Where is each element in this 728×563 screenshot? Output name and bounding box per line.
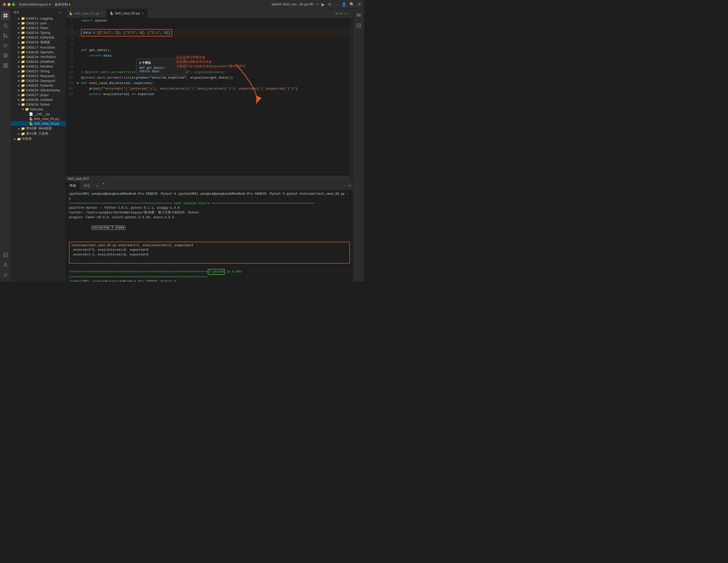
app-name-dropdown[interactable]: ▾ <box>49 3 51 6</box>
term-tab-terminal[interactable]: 终端 <box>66 182 80 190</box>
tree-item[interactable]: ▼📁testcase <box>11 107 66 112</box>
more-icon[interactable]: ⋯ <box>335 2 339 7</box>
tree-item[interactable]: ▶📁CASE24: Openpyxl <box>11 78 66 83</box>
tree-item[interactable]: ▶📁CASE27: Jinja2 <box>11 93 66 97</box>
term-output-box: testcase/test_case_02.py entered=1+1, ev… <box>69 242 350 263</box>
code-area[interactable]: 1import pytest23data = [["1+1", 2], ["2*… <box>66 18 349 181</box>
tree-item[interactable]: ▶📁CASE23: Requests <box>11 74 66 78</box>
code-line: 11@pytest.mark.parametrize(argnames="ent… <box>66 75 349 81</box>
tree-item[interactable]: ▶📁CASE21: Random <box>11 64 66 69</box>
rt-icon-layout[interactable] <box>354 21 363 30</box>
tree-item[interactable]: ▶📁第51课: 工具类 <box>11 131 66 136</box>
term-time: in 0.04s <box>225 269 243 274</box>
terminal-content[interactable]: (python385) yangkai@yangkaideMacBook-Pro… <box>66 190 353 282</box>
tree-label: 第51课: 工具类 <box>26 132 48 136</box>
version-control-item[interactable]: 版本控制 ▾ <box>55 2 71 7</box>
tree-item[interactable]: ▶📁CASE25: Pydantic <box>11 83 66 88</box>
tree-label: CASE13: Faker <box>26 26 49 30</box>
tree-icon: 📁 <box>17 137 21 141</box>
tree-item[interactable]: ▶📁CASE14: Typing <box>11 30 66 35</box>
svg-rect-15 <box>357 14 358 15</box>
tab-close-01[interactable]: ✕ <box>101 12 103 15</box>
tree-item[interactable]: ▶📁第50课: Web框架 <box>11 126 66 131</box>
line-content: # @pytest.mark.parametrize(argnames="ent… <box>81 70 349 75</box>
search-icon[interactable]: 🔍 <box>349 2 355 7</box>
tree-item[interactable]: ▶📁CASE26: SQLAlchemy <box>11 88 66 93</box>
editor-menu-icon[interactable]: ⋯ <box>347 11 351 16</box>
svg-rect-16 <box>359 14 360 15</box>
tree-item[interactable]: ▶📁CASE19: XmlToDict <box>11 55 66 59</box>
tree-item[interactable]: 📄__init__.py <box>11 112 66 116</box>
tree-item[interactable]: ▶📁CASE13: Faker <box>11 26 66 30</box>
tree-label: 第50课: Web框架 <box>26 126 52 131</box>
rt-icon-structure[interactable] <box>354 11 363 20</box>
tab-close-02[interactable]: ✕ <box>141 12 144 15</box>
sidebar-item-search[interactable] <box>1 21 10 30</box>
tree-label: CASE26: SQLAlchemy <box>26 88 60 92</box>
code-line: 6def get_data(): <box>66 48 349 53</box>
tree-item[interactable]: ▶📁CASE11: Logging <box>11 16 66 21</box>
tree-label: CASE16: 装饰器 <box>26 40 50 45</box>
term-close-icon[interactable]: ✕ <box>348 184 351 188</box>
code-line: 3data = [["1+1", 2], ["2*3", 6], ["1-1",… <box>66 29 349 37</box>
tree-item[interactable]: ▶📁CASE22: String <box>11 69 66 74</box>
tree-item[interactable]: ▶📁CASE17: Functools <box>11 45 66 50</box>
tree-label: CASE23: Requests <box>26 74 55 78</box>
sidebar-item-account[interactable] <box>1 260 10 269</box>
tree-menu-icon[interactable]: ⋯ <box>61 11 63 14</box>
debug-icon[interactable]: ⚙ <box>328 2 331 7</box>
line-content: import pytest <box>81 18 349 24</box>
tree-label: CASE22: String <box>26 69 50 73</box>
run-icon[interactable]: ▶ <box>321 2 325 7</box>
tree-item[interactable]: ▼📁CASE29: Pytest <box>11 102 66 107</box>
editor-scrollbar[interactable] <box>349 18 353 181</box>
svg-point-3 <box>3 34 5 35</box>
tree-label: CASE29: Pytest <box>26 103 50 106</box>
sidebar-item-checklist[interactable] <box>1 250 10 259</box>
settings-icon[interactable]: ⚙ <box>357 2 361 7</box>
version-control-dropdown[interactable]: ▾ <box>69 3 71 6</box>
tree-label: CASE21: Random <box>26 65 53 68</box>
line-number: 6 <box>66 48 77 53</box>
account-icon[interactable]: 👤 <box>341 2 347 7</box>
sidebar-item-layers[interactable] <box>1 51 10 60</box>
tab-test-case-01[interactable]: 🐍 test_case_01.py ✕ <box>66 9 107 18</box>
tree-icon: 📄 <box>29 112 33 116</box>
tree-item[interactable]: ▶📁CASE18: Operator <box>11 50 66 55</box>
sidebar-item-settings[interactable] <box>1 270 10 279</box>
run-dropdown[interactable]: ▾ <box>317 3 319 6</box>
tree-item[interactable]: ▶📁CASE16: 装饰器 <box>11 40 66 45</box>
editor-split-icon[interactable]: ⧉ <box>335 12 338 16</box>
term-add-button[interactable]: + <box>93 182 101 190</box>
tree-arrow: ▶ <box>17 31 21 34</box>
term-more-icon[interactable]: ⋯ <box>343 184 346 188</box>
tree-label: CASE15: PyMySQL <box>26 36 55 39</box>
minimize-button[interactable] <box>7 3 11 6</box>
file-tree-header: 项目 ▾ ⋯ <box>11 9 66 16</box>
line-number: 5 <box>66 42 77 48</box>
app-name-item[interactable]: PythonWorkspace ▾ <box>19 3 51 6</box>
line-run-icon[interactable]: ▶ <box>77 81 81 85</box>
tree-item[interactable]: ▶📁CASE15: PyMySQL <box>11 35 66 40</box>
tree-item[interactable]: ▶📁CASE20: JSONPath <box>11 59 66 64</box>
sidebar-item-run[interactable] <box>1 41 10 50</box>
tree-icon: 🐍 <box>29 122 33 125</box>
tab-test-case-02[interactable]: 🐍 test_case_02.py ✕ <box>107 9 147 18</box>
version-control-label: 版本控制 <box>55 2 68 7</box>
sidebar-item-git[interactable] <box>1 31 10 40</box>
tree-item[interactable]: 🐍test_case_01.py <box>11 116 66 121</box>
sidebar-item-extensions[interactable] <box>1 61 10 70</box>
svg-rect-7 <box>3 64 5 65</box>
sidebar-item-explorer[interactable] <box>1 11 10 20</box>
term-tab-dropdown[interactable]: ▾ <box>101 182 106 190</box>
tree-item[interactable]: ▶📁外部库 <box>11 136 66 142</box>
term-tab-local[interactable]: 本地 <box>80 182 93 190</box>
tree-item[interactable]: ▶📁CASE12: Json <box>11 21 66 26</box>
tree-item[interactable]: 🐍test_case_02.py <box>11 121 66 126</box>
line-number: 1 <box>66 18 77 24</box>
tree-label: __init__.py <box>34 112 50 116</box>
tree-label: CASE14: Typing <box>26 31 51 35</box>
tree-item[interactable]: ▶📁CASE28: Unittest <box>11 97 66 102</box>
maximize-button[interactable] <box>12 3 15 6</box>
close-button[interactable] <box>3 3 6 6</box>
